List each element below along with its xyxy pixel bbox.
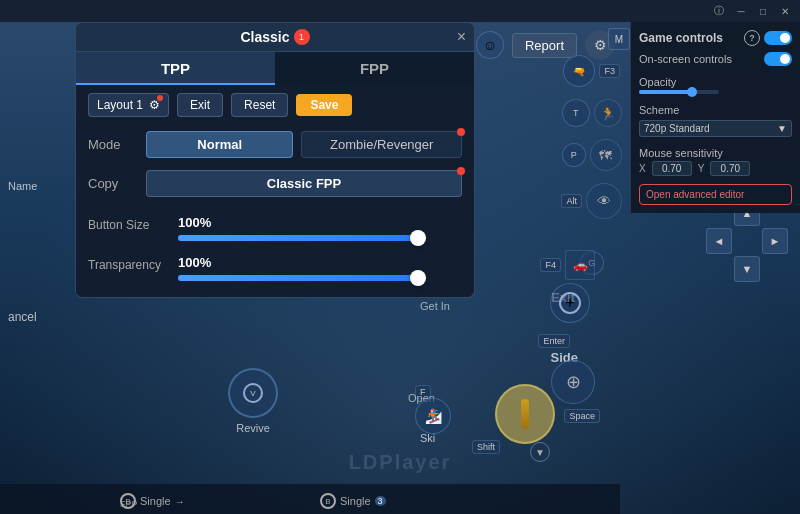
smiley-icon[interactable]: ☺ (476, 31, 504, 59)
exit-button[interactable]: Exit (177, 93, 223, 117)
transparency-thumb[interactable] (410, 270, 426, 286)
button-size-track[interactable] (178, 235, 418, 241)
info-icon[interactable]: ? (744, 30, 760, 46)
panel-title: Classic (240, 29, 289, 45)
f4-key[interactable]: F4 (540, 258, 561, 272)
chevron-down-icon: ▼ (777, 123, 787, 134)
shift-key-area: Shift (472, 436, 500, 454)
revive-area: V Revive (228, 368, 278, 434)
scheme-label: Scheme (639, 104, 679, 116)
b-key-2: B (320, 493, 336, 509)
on-screen-label: On-screen controls (639, 53, 732, 65)
scheme-row: Scheme 720p Standard ▼ (639, 100, 792, 137)
button-size-fill (178, 235, 418, 241)
scheme-dropdown[interactable]: 720p Standard ▼ (639, 120, 792, 137)
game-controls-title-text: Game controls (639, 31, 723, 45)
copy-value-selector[interactable]: Classic FPP (146, 170, 462, 197)
arrow-down-button[interactable]: ▼ (734, 256, 760, 282)
game-controls-panel: Game controls ? On-screen controls Opaci… (630, 22, 800, 213)
f4-area: F4 🚗 (540, 250, 595, 280)
transparency-row: Transparency 100% (88, 255, 462, 281)
controls-row: Layout 1 ⚙ Exit Reset Save (76, 85, 474, 125)
panel-header: Classic 1 × (76, 23, 474, 52)
mouse-sensitivity-row: Mouse sensitivity X 0.70 Y 0.70 (639, 143, 792, 176)
save-button[interactable]: Save (296, 94, 352, 116)
scroll-down-icon[interactable]: ▼ (530, 442, 550, 462)
enter-key-badge[interactable]: Enter (538, 334, 570, 348)
open-advanced-editor-button[interactable]: Open advanced editor (639, 184, 792, 205)
opacity-label: Opacity (639, 76, 676, 88)
ski-icon: 🏂 (415, 398, 451, 434)
gear-settings[interactable]: ⚙ (149, 98, 160, 112)
button-size-row: Button Size 100% (88, 215, 462, 241)
map-icon: 🗺 (590, 139, 622, 171)
transparency-fill (178, 275, 418, 281)
mouse-sens-inputs: X 0.70 Y 0.70 (639, 161, 792, 176)
f3-circle: 🔫 (563, 55, 595, 87)
opacity-slider[interactable] (639, 90, 719, 94)
tab-tpp[interactable]: TPP (76, 52, 275, 85)
enter-key-area: Enter (538, 330, 570, 348)
b-key-1: B (120, 493, 136, 509)
opacity-row: Opacity (639, 72, 792, 94)
side-circle[interactable]: ⊕ (551, 360, 595, 404)
y-input[interactable]: 0.70 (710, 161, 750, 176)
opacity-thumb[interactable] (687, 87, 697, 97)
reset-button[interactable]: Reset (231, 93, 288, 117)
layout-label-text: Layout 1 (97, 98, 143, 112)
tabs-row: TPP FPP (76, 52, 474, 85)
num3-badge: 3 (375, 496, 386, 506)
f3-key[interactable]: F3 (599, 64, 620, 78)
sliders-section: Button Size 100% Transparency 100% (76, 203, 474, 297)
exit-circle[interactable]: + (550, 283, 590, 323)
eye-icon: 👁 (586, 183, 622, 219)
copy-red-dot (457, 167, 465, 175)
gear-red-dot (157, 95, 163, 101)
arrow-center (734, 228, 760, 254)
zombie-red-dot (457, 128, 465, 136)
transparency-value: 100% (178, 255, 211, 270)
mode-row: Mode Normal Zombie/Revenger (76, 125, 474, 164)
revive-circle[interactable]: V (228, 368, 278, 418)
m-key-badge[interactable]: M (608, 28, 630, 50)
report-button[interactable]: Report (512, 33, 577, 58)
v-key: V (243, 383, 263, 403)
layout-selector[interactable]: Layout 1 ⚙ (88, 93, 169, 117)
mode-zombie-button[interactable]: Zombie/Revenger (301, 131, 462, 158)
on-screen-toggle[interactable] (764, 52, 792, 66)
bottom-bar: FPP B Single → B Single 3 (0, 484, 620, 514)
p-key-badge[interactable]: P (562, 143, 586, 167)
arrow-empty-4 (762, 256, 788, 282)
button-size-thumb[interactable] (410, 230, 426, 246)
on-screen-controls-row: On-screen controls (639, 52, 792, 66)
mode-normal-button[interactable]: Normal (146, 131, 293, 158)
alt-key-badge[interactable]: Alt (561, 194, 582, 208)
transparency-track[interactable] (178, 275, 418, 281)
door-icon: 🚗 (565, 250, 595, 280)
space-key-badge[interactable]: Space (564, 409, 600, 423)
copy-row: Copy Classic FPP (76, 164, 474, 203)
bullet-shape (521, 399, 529, 429)
arrow-empty-3 (706, 256, 732, 282)
mode-row-label: Mode (88, 137, 138, 152)
arrow-right-button[interactable]: ► (762, 228, 788, 254)
arrow-right-icon: → (175, 496, 185, 507)
single-1-area: B Single → (120, 493, 185, 509)
mouse-sens-label: Mouse sensitivity (639, 147, 723, 159)
crosshair-icon: + (559, 292, 581, 314)
scheme-value: 720p Standard (644, 123, 710, 134)
settings-panel: Classic 1 × TPP FPP Layout 1 ⚙ Exit Rese… (75, 22, 475, 298)
panel-close-button[interactable]: × (457, 28, 466, 46)
y-label: Y (698, 163, 705, 174)
get-in-label: Get In (420, 300, 450, 312)
shift-key-badge[interactable]: Shift (472, 440, 500, 454)
arrow-left-button[interactable]: ◄ (706, 228, 732, 254)
crosshair2-icon: ⊕ (566, 371, 581, 393)
tab-fpp[interactable]: FPP (275, 52, 474, 85)
t-key-badge[interactable]: T (562, 99, 590, 127)
revive-label: Revive (236, 422, 270, 434)
x-input[interactable]: 0.70 (652, 161, 692, 176)
space-key-area: Space (564, 405, 600, 423)
game-controls-toggle[interactable] (764, 31, 792, 45)
copy-row-label: Copy (88, 176, 138, 191)
